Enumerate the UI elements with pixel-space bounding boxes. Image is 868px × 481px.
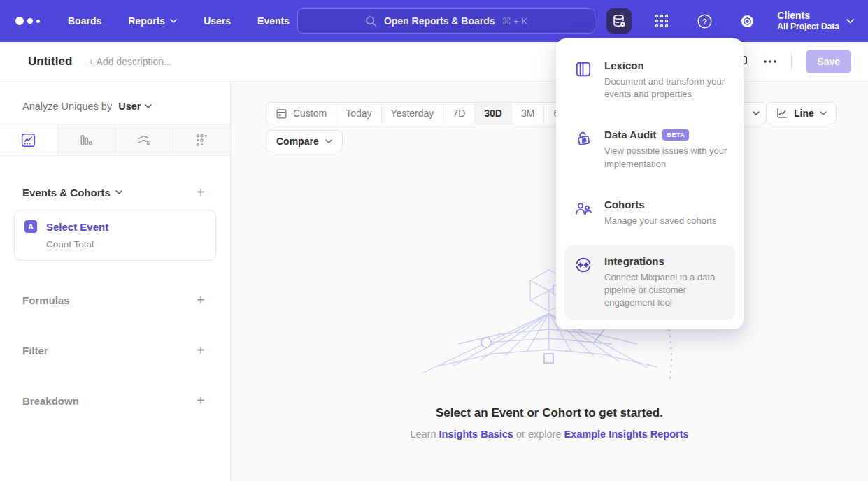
- data-audit-lock-icon: [574, 129, 592, 170]
- nav-item-reports[interactable]: Reports: [128, 15, 177, 27]
- apps-grid-icon: [654, 13, 669, 29]
- example-reports-link[interactable]: Example Insights Reports: [564, 429, 688, 440]
- tab-metrics[interactable]: [173, 124, 231, 155]
- add-event-button[interactable]: +: [197, 185, 205, 199]
- report-canvas: Custom Today Yesterday 7D 30D 3M 6M Comp…: [231, 82, 868, 481]
- nav-item-users[interactable]: Users: [204, 15, 231, 27]
- flow-tab-icon: [136, 132, 152, 148]
- cohorts-users-icon: [574, 199, 592, 227]
- date-range-label: 7D: [453, 108, 465, 119]
- report-header-actions: Save: [734, 50, 851, 73]
- mixpanel-logo-icon[interactable]: [15, 17, 40, 25]
- chevron-down-icon: [325, 139, 332, 143]
- project-name: All Project Data: [777, 22, 839, 32]
- empty-state-connector: or explore: [516, 429, 561, 440]
- menu-item-title: Cohorts: [604, 199, 645, 210]
- events-cohorts-dropdown[interactable]: Events & Cohorts: [22, 187, 122, 199]
- insights-basics-link[interactable]: Insights Basics: [439, 429, 513, 440]
- date-range-7d[interactable]: 7D: [443, 103, 474, 124]
- date-range-3m[interactable]: 3M: [511, 103, 543, 124]
- date-range-custom[interactable]: Custom: [266, 103, 336, 124]
- nav-item-label: Users: [204, 15, 231, 27]
- menu-item-lexicon[interactable]: Lexicon Document and transform your even…: [564, 50, 735, 110]
- tab-flow[interactable]: [115, 124, 173, 155]
- add-formula-button[interactable]: +: [197, 293, 205, 307]
- apps-grid-button[interactable]: [649, 8, 674, 34]
- nav-item-boards[interactable]: Boards: [68, 15, 101, 27]
- calendar-icon: [276, 108, 287, 120]
- chart-type-label: Line: [794, 108, 814, 119]
- menu-item-title: Lexicon: [604, 59, 644, 71]
- event-card[interactable]: A Select Event Count Total: [14, 210, 216, 261]
- mixpanel-app: Boards Reports Users Events Open Reports…: [0, 0, 868, 481]
- svg-text:?: ?: [702, 17, 707, 25]
- nav-item-label: Boards: [68, 15, 101, 27]
- menu-item-title: Data Audit: [604, 129, 656, 141]
- menu-item-integrations[interactable]: Integrations Connect Mixpanel to a data …: [564, 245, 735, 320]
- data-management-button[interactable]: [606, 8, 632, 34]
- more-options-button[interactable]: [763, 59, 777, 64]
- menu-item-cohorts[interactable]: Cohorts Manage your saved cohorts: [564, 189, 735, 237]
- event-metric-dropdown[interactable]: Count Total: [46, 239, 206, 250]
- add-description-field[interactable]: + Add description...: [88, 56, 171, 67]
- filter-label: Filter: [22, 345, 48, 357]
- formulas-section: Formulas +: [22, 293, 205, 307]
- chevron-down-icon: [115, 190, 122, 194]
- chart-type-tabs: [0, 124, 230, 156]
- empty-state-prefix: Learn: [410, 429, 436, 440]
- menu-item-title: Integrations: [604, 255, 664, 267]
- compare-label: Compare: [276, 136, 319, 147]
- chevron-down-icon: [170, 19, 177, 23]
- menu-item-description: Document and transform your events and p…: [604, 76, 728, 101]
- chevron-down-icon: [145, 104, 152, 108]
- help-button[interactable]: ?: [692, 8, 717, 34]
- menu-item-data-audit[interactable]: Data Audit BETA View possible issues wit…: [564, 119, 735, 180]
- query-builder-sidebar: Analyze Uniques by User: [0, 82, 231, 481]
- nav-right-cluster: ? Clients All Project Data: [606, 0, 854, 42]
- search-input[interactable]: Open Reports & Boards ⌘ + K: [297, 8, 595, 34]
- analyze-entity-dropdown[interactable]: User: [118, 101, 152, 112]
- chevron-down-icon: [820, 111, 827, 115]
- event-series-badge: A: [24, 220, 37, 233]
- filter-section: Filter +: [22, 343, 205, 357]
- gear-icon: [739, 13, 755, 29]
- org-name: Clients: [777, 10, 839, 22]
- line-chart-tab-icon: [20, 132, 36, 148]
- date-range-30d[interactable]: 30D: [474, 103, 511, 124]
- chart-type-dropdown[interactable]: Line: [766, 102, 837, 124]
- nav-item-label: Reports: [128, 15, 165, 27]
- tab-bar-chart[interactable]: [57, 124, 115, 155]
- save-button[interactable]: Save: [806, 50, 851, 73]
- nav-item-events[interactable]: Events: [257, 15, 290, 27]
- date-range-label: Yesterday: [391, 108, 434, 119]
- top-nav: Boards Reports Users Events Open Reports…: [0, 0, 868, 42]
- formulas-label: Formulas: [22, 294, 70, 306]
- compare-dropdown[interactable]: Compare: [266, 130, 343, 152]
- beta-badge: BETA: [662, 129, 689, 141]
- chevron-down-icon: [846, 19, 854, 24]
- analyze-row: Analyze Uniques by User: [22, 101, 230, 112]
- date-range-label: 30D: [484, 108, 502, 119]
- add-breakdown-button[interactable]: +: [197, 394, 205, 408]
- menu-item-description: Manage your saved cohorts: [604, 215, 716, 227]
- search-placeholder: Open Reports & Boards: [384, 15, 495, 27]
- date-range-yesterday[interactable]: Yesterday: [381, 103, 443, 124]
- events-cohorts-label: Events & Cohorts: [22, 187, 111, 199]
- search-icon: [365, 15, 377, 27]
- tab-insights-line[interactable]: [0, 124, 57, 155]
- nav-item-label: Events: [257, 15, 290, 27]
- events-cohorts-section: Events & Cohorts +: [22, 185, 205, 199]
- select-event-button[interactable]: Select Event: [46, 221, 108, 233]
- date-range-today[interactable]: Today: [336, 103, 380, 124]
- date-range-label: Custom: [293, 108, 327, 119]
- divider: [791, 52, 792, 71]
- breakdown-section: Breakdown +: [22, 394, 205, 408]
- report-title[interactable]: Untitled: [28, 55, 72, 69]
- breakdown-label: Breakdown: [22, 395, 79, 407]
- settings-button[interactable]: [734, 8, 760, 34]
- analyze-prefix: Analyze Uniques by: [22, 101, 112, 112]
- line-chart-icon: [776, 107, 788, 120]
- add-filter-button[interactable]: +: [197, 343, 205, 357]
- project-switcher[interactable]: Clients All Project Data: [777, 10, 854, 33]
- database-gear-icon: [611, 13, 627, 29]
